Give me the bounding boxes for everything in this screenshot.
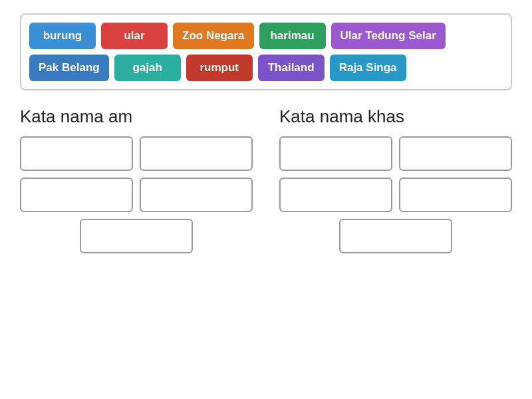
kata-nama-am-last-row xyxy=(20,219,253,253)
word-tile-zoo-negara[interactable]: Zoo Negara xyxy=(173,23,254,49)
drop-box-am-5[interactable] xyxy=(80,219,193,253)
drop-box-am-1[interactable] xyxy=(20,136,133,171)
kata-nama-khas-title: Kata nama khas xyxy=(279,106,512,127)
kata-nama-am-grid xyxy=(20,136,253,212)
word-tile-thailand[interactable]: Thailand xyxy=(258,55,325,81)
drop-box-am-4[interactable] xyxy=(140,178,253,212)
kata-nama-am-section: Kata nama am xyxy=(20,106,253,253)
word-tile-burung[interactable]: burung xyxy=(29,23,96,49)
kata-nama-khas-section: Kata nama khas xyxy=(279,106,512,253)
word-bank: burungularZoo NegaraharimauUlar Tedung S… xyxy=(20,13,512,90)
drop-box-khas-1[interactable] xyxy=(279,136,392,171)
word-tile-ular-tedung[interactable]: Ular Tedung Selar xyxy=(331,23,446,49)
drop-box-khas-2[interactable] xyxy=(399,136,512,171)
drop-box-khas-4[interactable] xyxy=(399,178,512,212)
kata-nama-khas-last-row xyxy=(279,219,512,253)
word-tile-gajah[interactable]: gajah xyxy=(114,55,181,81)
word-tile-pak-belang[interactable]: Pak Belang xyxy=(29,55,109,81)
kata-nama-am-title: Kata nama am xyxy=(20,106,253,127)
word-tile-ular[interactable]: ular xyxy=(101,23,168,49)
kata-nama-khas-grid xyxy=(279,136,512,212)
drop-box-am-3[interactable] xyxy=(20,178,133,212)
word-tile-rumput[interactable]: rumput xyxy=(186,55,253,81)
categories-section: Kata nama am Kata nama khas xyxy=(20,106,512,253)
word-tile-harimau[interactable]: harimau xyxy=(259,23,326,49)
word-tile-raja-singa[interactable]: Raja Singa xyxy=(330,55,406,81)
drop-box-khas-3[interactable] xyxy=(279,178,392,212)
drop-box-am-2[interactable] xyxy=(140,136,253,171)
drop-box-khas-5[interactable] xyxy=(339,219,452,253)
